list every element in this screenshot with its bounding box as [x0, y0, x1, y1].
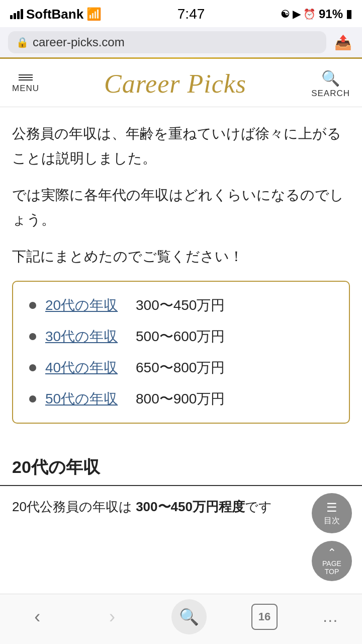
- list-item: 50代の年収 800〜900万円: [29, 389, 333, 409]
- search-label: SEARCH: [311, 89, 350, 99]
- range-40s: 650〜800万円: [136, 358, 225, 377]
- bullet-icon: [29, 302, 36, 309]
- more-button[interactable]: …: [322, 607, 340, 626]
- menu-bar-1: [19, 74, 33, 75]
- tabs-button[interactable]: 16: [251, 604, 278, 630]
- paragraph-2: では実際に各年代の年収はどれくらいになるのでしょう。: [12, 183, 350, 232]
- menu-button[interactable]: MENU: [12, 74, 39, 94]
- top-arrow-icon: ⌃: [327, 546, 336, 559]
- status-left: SoftBank 📶: [10, 7, 102, 22]
- tabs-count: 16: [258, 610, 270, 623]
- menu-bar-3: [19, 79, 33, 80]
- bullet-icon: [29, 333, 36, 340]
- toc-list-icon: ☰: [326, 501, 337, 515]
- wifi-icon: 📶: [86, 7, 102, 21]
- range-30s: 500〜600万円: [136, 327, 225, 346]
- link-20s[interactable]: 20代の年収: [45, 296, 126, 315]
- battery-percent: 91%: [319, 7, 343, 21]
- site-header: MENU Career Picks 🔍 SEARCH: [0, 59, 362, 107]
- url-text: career-picks.com: [33, 35, 125, 49]
- bottom-snippet: 20代公務員の年収は 300〜450万円程度です: [0, 492, 362, 522]
- link-30s[interactable]: 30代の年収: [45, 327, 126, 346]
- url-bar[interactable]: 🔒 career-picks.com: [8, 31, 326, 53]
- list-item: 40代の年収 650〜800万円: [29, 358, 333, 377]
- lock-icon: 🔒: [16, 36, 29, 48]
- summary-box: 20代の年収 300〜450万円 30代の年収 500〜600万円 40代の年収…: [12, 281, 350, 424]
- status-time: 7:47: [177, 6, 205, 22]
- more-icon: …: [322, 607, 340, 625]
- bullet-icon: [29, 395, 36, 403]
- paragraph-3: 下記にまとめたのでご覧ください！: [12, 244, 350, 269]
- status-bar: SoftBank 📶 7:47 ☯ ▶ ⏰ 91% ▮: [0, 0, 362, 27]
- paragraph-1: 公務員の年収は、年齢を重ねていけば徐々に上がることは説明しました。: [12, 121, 350, 171]
- link-40s[interactable]: 40代の年収: [45, 358, 126, 377]
- menu-bar-2: [19, 77, 33, 78]
- carrier-name: SoftBank: [26, 7, 83, 22]
- back-button[interactable]: ‹: [22, 602, 52, 632]
- forward-icon: ›: [109, 606, 115, 627]
- nav-search-icon: 🔍: [179, 607, 199, 626]
- forward-button[interactable]: ›: [97, 602, 127, 632]
- snippet-text: 20代公務員の年収は 300〜450万円程度です: [12, 499, 272, 514]
- main-content: 公務員の年収は、年齢を重ねていけば徐々に上がることは説明しました。 では実際に各…: [0, 107, 362, 448]
- nav-search-button[interactable]: 🔍: [171, 599, 207, 634]
- section-heading-20s: 20代の年収: [0, 448, 362, 486]
- battery-icon: ▮: [346, 8, 352, 21]
- alarm-icon: ⏰: [303, 8, 316, 20]
- bullet-icon: [29, 364, 36, 371]
- search-icon: 🔍: [321, 69, 340, 87]
- page-top-label: PAGETOP: [322, 560, 341, 576]
- status-right: ☯ ▶ ⏰ 91% ▮: [281, 7, 352, 21]
- floating-toc-button[interactable]: ☰ 目次: [312, 493, 352, 533]
- site-title: Career Picks: [104, 69, 246, 99]
- browser-bar: 🔒 career-picks.com 📤: [0, 27, 362, 57]
- navigation-icon: ▶: [293, 8, 300, 20]
- range-20s: 300〜450万円: [136, 296, 225, 315]
- back-icon: ‹: [34, 606, 40, 627]
- link-50s[interactable]: 50代の年収: [45, 389, 126, 409]
- browser-nav-bar: ‹ › 🔍 16 …: [0, 594, 362, 644]
- list-item: 30代の年収 500〜600万円: [29, 327, 333, 346]
- location-icon: ☯: [281, 8, 290, 20]
- range-50s: 800〜900万円: [136, 389, 225, 409]
- share-button[interactable]: 📤: [332, 32, 354, 53]
- toc-label: 目次: [324, 516, 340, 526]
- floating-page-top-button[interactable]: ⌃ PAGETOP: [312, 541, 352, 581]
- menu-label: MENU: [12, 84, 39, 94]
- signal-icon: [10, 9, 23, 19]
- search-button[interactable]: 🔍 SEARCH: [311, 69, 350, 99]
- list-item: 20代の年収 300〜450万円: [29, 296, 333, 315]
